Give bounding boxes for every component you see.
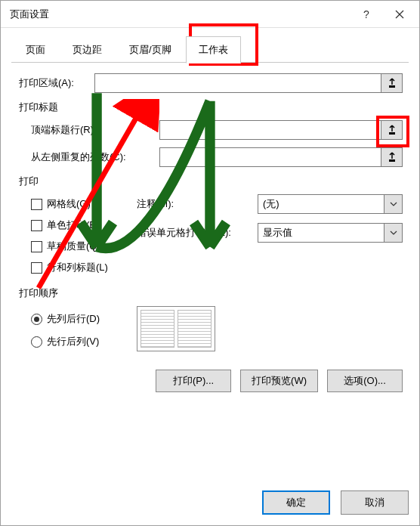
comments-select[interactable]: (无) [258, 194, 403, 214]
order-section-label: 打印顺序 [19, 286, 403, 300]
help-button[interactable]: ? [350, 3, 383, 26]
draft-label: 草稿质量(Q) [47, 240, 100, 253]
tab-header-footer[interactable]: 页眉/页脚 [116, 36, 184, 63]
blackwhite-checkbox[interactable] [31, 220, 42, 231]
range-selector-icon [388, 152, 397, 162]
errors-value: 显示值 [263, 226, 292, 240]
left-cols-input[interactable] [159, 147, 381, 167]
left-cols-label: 从左侧重复的列数(C): [31, 150, 159, 164]
rowcol-headings-checkbox[interactable] [31, 262, 42, 274]
print-area-selector-button[interactable] [381, 73, 403, 93]
draft-checkbox[interactable] [31, 241, 42, 252]
chevron-down-icon [384, 224, 402, 242]
top-rows-selector-button[interactable] [381, 120, 403, 140]
print-order-preview [137, 306, 215, 351]
close-button[interactable] [383, 3, 416, 26]
window-title: 页面设置 [10, 8, 350, 21]
page-setup-dialog: 页面设置 ? 页面 页边距 页眉/页脚 工作表 打印区域(A): [0, 0, 420, 526]
print-button[interactable]: 打印(P)... [156, 370, 231, 392]
down-then-over-label: 先列后行(D) [47, 312, 100, 326]
comments-value: (无) [263, 197, 279, 211]
cancel-button[interactable]: 取消 [341, 490, 409, 515]
ok-button[interactable]: 确定 [262, 490, 330, 515]
down-then-over-radio[interactable] [31, 314, 42, 325]
titlebar: 页面设置 ? [1, 1, 419, 28]
gridlines-label: 网格线(G) [47, 197, 91, 211]
over-then-down-radio[interactable] [31, 336, 42, 348]
rowcol-headings-label: 行和列标题(L) [47, 261, 108, 274]
print-preview-button[interactable]: 打印预览(W) [240, 370, 318, 392]
print-area-label: 打印区域(A): [19, 76, 94, 90]
chevron-down-icon [384, 195, 402, 213]
range-selector-icon [388, 78, 397, 88]
print-section-label: 打印 [19, 175, 403, 188]
top-rows-input[interactable] [159, 120, 381, 140]
options-button[interactable]: 选项(O)... [327, 370, 403, 392]
top-rows-label: 顶端标题行(R): [31, 123, 159, 137]
svg-rect-2 [389, 85, 395, 88]
svg-rect-4 [389, 159, 395, 162]
dialog-content: 打印区域(A): 打印标题 顶端标题行(R): [11, 64, 409, 477]
over-then-down-label: 先行后列(V) [47, 335, 99, 348]
tab-sheet[interactable]: 工作表 [186, 36, 241, 63]
dialog-footer: 确定 取消 [262, 490, 409, 515]
errors-label: 错误单元格打印为(E): [137, 226, 258, 240]
comments-label: 注释(M): [137, 197, 258, 211]
svg-rect-3 [389, 132, 395, 135]
print-titles-section-label: 打印标题 [19, 101, 403, 114]
tab-margins[interactable]: 页边距 [60, 36, 115, 63]
range-selector-icon [388, 125, 397, 135]
errors-select[interactable]: 显示值 [258, 223, 403, 243]
tab-page[interactable]: 页面 [13, 36, 58, 63]
close-icon [395, 10, 404, 19]
print-area-input[interactable] [94, 73, 381, 93]
blackwhite-label: 单色打印(B) [47, 218, 99, 232]
tab-row: 页面 页边距 页眉/页脚 工作表 [1, 32, 419, 63]
left-cols-selector-button[interactable] [381, 147, 403, 167]
gridlines-checkbox[interactable] [31, 199, 42, 210]
